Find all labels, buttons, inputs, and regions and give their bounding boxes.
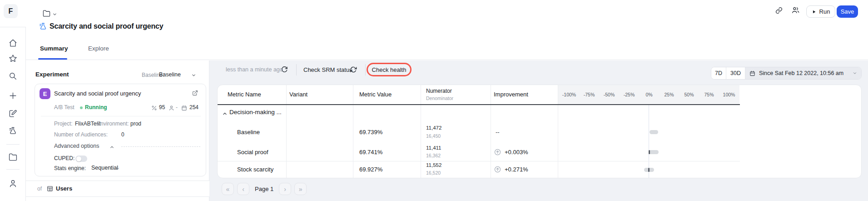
page-indicator: Page 1 xyxy=(253,183,276,195)
experiment-flask-icon xyxy=(39,22,47,30)
save-button-label: Save xyxy=(841,8,854,15)
last-page-button[interactable]: » xyxy=(294,183,307,195)
cuped-toggle[interactable] xyxy=(75,156,87,162)
toolbar-divider xyxy=(296,64,297,75)
search-icon[interactable] xyxy=(9,72,17,80)
metric-value-cell: 69.741% xyxy=(359,143,382,161)
status-badge: Running xyxy=(85,104,107,111)
star-icon[interactable] xyxy=(9,54,17,63)
numerator-cell: 11,472 xyxy=(426,125,441,131)
tab-summary[interactable]: Summary xyxy=(40,45,68,52)
axis-tick: 50% xyxy=(684,92,694,97)
dashed-divider xyxy=(121,146,200,147)
metric-group-name[interactable]: Decision-making ... xyxy=(229,109,282,116)
col-header-improvement: Improvement xyxy=(494,91,528,98)
arrow-up-circle-icon xyxy=(494,166,501,173)
col-header-numerator: Numerator xyxy=(426,88,452,94)
date-range-value: Since Sat Feb 12 2022, 10:56 am xyxy=(759,70,843,76)
metric-footer-row[interactable]: of Users xyxy=(26,181,209,197)
variant-cell: Social proof xyxy=(237,143,268,161)
group-collapse-chevron-up-icon[interactable] xyxy=(222,111,228,116)
range-7d-button[interactable]: 7D xyxy=(711,67,726,79)
denominator-cell: 16,450 xyxy=(426,133,441,139)
stats-engine-dropdown[interactable]: Sequential xyxy=(91,165,118,171)
check-srm-button[interactable]: Check SRM status xyxy=(303,66,352,73)
col-header-denominator: Denominator xyxy=(426,95,453,101)
refresh-icon[interactable] xyxy=(281,66,288,73)
environment-value: prod xyxy=(130,121,141,127)
footer-prefix: of xyxy=(37,181,42,196)
external-link-icon[interactable] xyxy=(192,90,198,96)
date-chevron-down-icon xyxy=(853,71,857,75)
home-icon[interactable] xyxy=(9,39,17,47)
range-30d-button[interactable]: 30D xyxy=(726,67,745,79)
experiment-type: A/B Test xyxy=(54,104,74,111)
col-header-metric-value: Metric Value xyxy=(359,91,392,98)
profile-icon[interactable] xyxy=(9,179,17,188)
stats-engine-label: Stats engine: xyxy=(54,165,86,171)
add-icon[interactable] xyxy=(9,91,17,100)
app-screen: F Scar xyxy=(0,0,868,201)
status-dot xyxy=(80,106,83,109)
experiment-card-title: Scarcity and social proof urgency xyxy=(54,90,141,97)
confidence-interval-bar xyxy=(650,130,658,134)
col-header-variant: Variant xyxy=(289,91,308,98)
days-value: 254 xyxy=(189,104,198,111)
axis-tick: -25% xyxy=(624,92,635,97)
confidence-interval-bar xyxy=(649,150,658,154)
baseline-chevron-down-icon[interactable] xyxy=(191,73,196,78)
next-page-button[interactable]: › xyxy=(279,183,291,195)
breadcrumb-chevron-down-icon[interactable] xyxy=(52,12,57,17)
save-button[interactable]: Save xyxy=(837,5,858,18)
edit-doc-icon[interactable] xyxy=(9,109,17,118)
axis-tick: -100% xyxy=(562,92,576,97)
traffic-percent-value: 95 xyxy=(159,104,165,111)
denominator-cell: 16,520 xyxy=(426,170,441,176)
improvement-value: +0.003% xyxy=(505,149,528,156)
baseline-dropdown[interactable]: Baseline xyxy=(159,71,181,78)
tab-explore[interactable]: Explore xyxy=(88,45,109,52)
estimate-tick xyxy=(649,150,650,154)
share-link-icon[interactable] xyxy=(775,7,783,14)
tabs-divider xyxy=(26,60,868,60)
arrow-up-circle-icon xyxy=(494,148,501,156)
users-count-icon xyxy=(169,105,174,111)
variant-cell: Stock scarcity xyxy=(237,161,273,178)
numerator-cell: 11,411 xyxy=(426,145,441,151)
environment-label: Environment: xyxy=(97,121,129,127)
toolbar-divider xyxy=(365,64,366,75)
breadcrumb-folder-icon[interactable] xyxy=(43,10,50,17)
date-range-button[interactable]: Since Sat Feb 12 2022, 10:56 am xyxy=(745,67,861,79)
calendar-icon xyxy=(749,70,755,76)
check-health-annotation: Check health xyxy=(367,63,412,76)
experiments-icon[interactable] xyxy=(9,126,17,135)
first-page-button[interactable]: « xyxy=(222,183,234,195)
date-range-control: 7D 30D Since Sat Feb 12 2022, 10:56 am xyxy=(711,67,862,80)
table-row: Baseline 69.739% 11,472 16,450 -- xyxy=(218,121,740,143)
col-header-metric-name: Metric Name xyxy=(228,91,261,98)
cuped-label: CUPED: xyxy=(54,155,74,161)
prev-page-button[interactable]: ‹ xyxy=(237,183,249,195)
run-button[interactable]: Run xyxy=(806,5,835,18)
axis-tick: 25% xyxy=(664,92,674,97)
stats-engine-chevron-down-icon[interactable] xyxy=(115,166,120,171)
play-icon xyxy=(812,10,816,14)
run-button-label: Run xyxy=(819,8,830,15)
axis-tick: -50% xyxy=(604,92,615,97)
experiment-badge: E xyxy=(40,88,50,99)
advanced-chevron-up-icon[interactable] xyxy=(109,145,114,150)
rail-border xyxy=(0,27,25,27)
traffic-percent-icon xyxy=(151,105,157,111)
table-row: Social proof 69.741% 11,411 16,362 +0.00… xyxy=(218,143,740,161)
folder-rail-icon[interactable] xyxy=(9,153,17,161)
improvement-value: +0.271% xyxy=(505,166,528,173)
panel-heading: Experiment xyxy=(35,71,69,78)
check-health-button[interactable]: Check health xyxy=(372,66,407,73)
advanced-options-toggle[interactable]: Advanced options xyxy=(54,143,99,149)
days-calendar-icon xyxy=(181,105,187,111)
srm-sync-icon[interactable] xyxy=(350,66,357,73)
collaborators-icon[interactable] xyxy=(792,6,799,14)
rail-divider xyxy=(6,144,20,145)
workspace-logo[interactable]: F xyxy=(4,4,18,18)
axis-tick: 75% xyxy=(704,92,714,97)
